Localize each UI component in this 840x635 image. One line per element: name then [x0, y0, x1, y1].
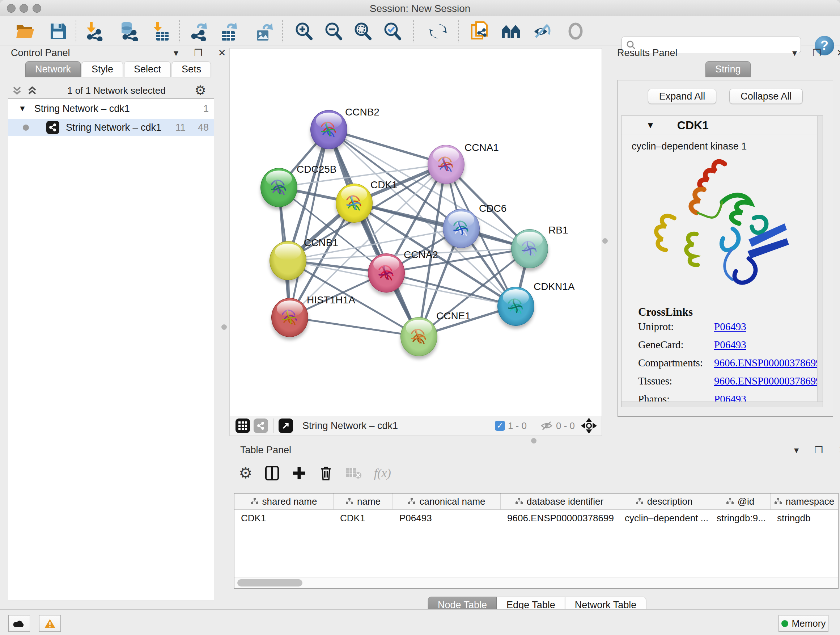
save-session-button[interactable] [47, 21, 70, 42]
node-CCNE1[interactable] [401, 317, 437, 356]
import-table-button[interactable] [149, 21, 172, 42]
collection-expand-icon[interactable]: ▼ [19, 104, 27, 113]
crosslink-row: Compartments:9606.ENSP00000378699 [638, 357, 823, 369]
refresh-button[interactable] [426, 21, 450, 42]
export-image-button[interactable] [252, 21, 275, 42]
memory-button[interactable]: Memory [778, 615, 829, 632]
gallery-button[interactable] [499, 21, 523, 42]
tab-sets[interactable]: Sets [172, 61, 211, 77]
column-header-canonical-name[interactable]: canonical name [393, 494, 501, 509]
control-panel-title: Control Panel [11, 48, 70, 59]
show-all-button[interactable] [564, 21, 587, 42]
column-type-icon [774, 497, 782, 505]
results-panel-controls[interactable]: ▾ ❐ ✕ [792, 48, 840, 59]
cloud-status-button[interactable] [8, 615, 30, 632]
network-view-toolbar: String Network – cdk1 ✓ 1 - 0 0 - 0 [229, 416, 602, 436]
column-type-icon [251, 497, 259, 505]
zoom-out-button[interactable] [322, 21, 345, 42]
network-row[interactable]: String Network – cdk1 11 48 [8, 119, 214, 136]
export-network-button[interactable] [188, 21, 211, 42]
tab-style[interactable]: Style [82, 61, 123, 77]
collapse-entry-icon[interactable]: ▼ [646, 120, 655, 130]
control-panel-controls[interactable]: ▾ ❐ ✕ [174, 48, 233, 59]
show-columns-icon[interactable] [265, 465, 279, 481]
window-title: Session: New Session [0, 3, 840, 14]
table-horizontal-scrollbar[interactable] [234, 577, 838, 588]
zoom-in-button[interactable] [292, 21, 315, 42]
import-network-file-button[interactable] [82, 21, 105, 42]
column-header-database-identifier[interactable]: database identifier [501, 494, 618, 509]
import-network-database-button[interactable] [117, 21, 140, 42]
crosslink-link[interactable]: 9606.ENSP00000378699 [714, 375, 821, 387]
zoom-selected-button[interactable] [381, 21, 404, 42]
table-row[interactable]: CDK1CDK1P064939606.ENSP00000378699cyclin… [234, 510, 838, 526]
hide-selected-button[interactable] [531, 21, 554, 42]
node-CCNB2[interactable] [310, 110, 347, 149]
protein-structure-image [622, 154, 823, 301]
column-header-namespace[interactable]: namespace [771, 494, 838, 509]
table-cell: CDK1 [333, 510, 393, 526]
table-options-gear-icon[interactable]: ⚙ [239, 466, 253, 481]
network-collection-row[interactable]: ▼ String Network – cdk1 1 [8, 99, 214, 117]
right-splitter-handle[interactable] [602, 238, 608, 244]
edge-HIST1H1A-CCNE1[interactable] [289, 317, 418, 336]
open-session-button[interactable] [14, 21, 37, 42]
node-details-header[interactable]: ▼ CDK1 [622, 116, 823, 135]
left-splitter-handle[interactable] [221, 325, 227, 330]
zoom-fit-button[interactable] [351, 21, 374, 42]
cloud-icon [13, 619, 25, 628]
column-header--id[interactable]: @id [710, 494, 771, 509]
open-in-new-icon[interactable] [279, 418, 293, 433]
node-HIST1H1A[interactable] [271, 298, 308, 337]
node-gloss [448, 211, 474, 228]
network-selection-status: 1 of 1 Network selected [38, 85, 195, 96]
warnings-button[interactable] [39, 615, 61, 632]
annotations-button[interactable] [468, 21, 491, 42]
column-header-description[interactable]: description [618, 494, 710, 509]
results-vertical-scrollbar[interactable] [817, 116, 823, 407]
node-CCNA2[interactable] [368, 253, 405, 293]
string-view-icon[interactable] [254, 418, 268, 433]
edge-CCNB2-HIST1H1A[interactable] [289, 129, 328, 317]
column-header-name[interactable]: name [333, 494, 393, 509]
tab-network[interactable]: Network [25, 61, 81, 77]
scrollbar-thumb[interactable] [237, 579, 302, 586]
expand-all-icon[interactable] [26, 84, 38, 97]
tab-string[interactable]: String [706, 61, 751, 77]
network-options-gear-icon[interactable]: ⚙ [195, 84, 206, 97]
results-horizontal-scrollbar[interactable] [622, 402, 823, 407]
expand-all-button[interactable]: Expand All [648, 89, 717, 104]
node-RB1[interactable] [511, 229, 548, 268]
collapse-all-button[interactable]: Collapse All [729, 89, 803, 104]
selected-checkbox-icon[interactable]: ✓ [495, 421, 505, 431]
table-panel-controls[interactable]: ▾ ❐ ✕ [794, 445, 840, 456]
tab-select[interactable]: Select [124, 61, 171, 77]
node-CDKN1A[interactable] [497, 287, 534, 326]
network-label: String Network – cdk1 [66, 122, 175, 133]
node-CDC6[interactable] [443, 209, 480, 248]
export-table-button[interactable] [217, 21, 240, 42]
bottom-splitter-handle[interactable] [531, 438, 537, 443]
crosslink-link[interactable]: 9606.ENSP00000378699 [714, 357, 821, 369]
column-header-shared-name[interactable]: shared name [234, 494, 333, 509]
results-content-box: ▼ CDK1 cyclin–dependent kinase 1 [617, 112, 833, 417]
node-CCNA1[interactable] [428, 145, 464, 184]
crosslink-link[interactable]: P06493 [714, 321, 746, 333]
crosslink-link[interactable]: P06493 [714, 339, 746, 351]
node-CCNB1[interactable] [270, 241, 306, 280]
node-CDK1[interactable] [336, 184, 373, 223]
network-tree: ▼ String Network – cdk1 1 String Network… [8, 98, 214, 601]
network-canvas[interactable]: CCNB2CCNA1CDC25BCDK1CDC6RB1CCNB1CCNA2CDK… [229, 48, 602, 416]
collapse-all-icon[interactable] [11, 84, 23, 97]
delete-column-icon[interactable] [319, 465, 333, 481]
crosslink-label: GeneCard: [638, 339, 714, 351]
node-gloss [277, 301, 303, 317]
results-buttons-box: Expand All Collapse All [617, 80, 833, 112]
add-column-icon[interactable] [292, 466, 307, 481]
grid-view-icon[interactable] [235, 418, 250, 433]
node-CDC25B[interactable] [261, 168, 297, 207]
birds-eye-icon[interactable] [581, 418, 597, 433]
status-bar: Memory [0, 609, 840, 635]
results-panel-title: Results Panel [617, 48, 677, 59]
network-list-toolbar: 1 of 1 Network selected ⚙ [11, 82, 206, 98]
